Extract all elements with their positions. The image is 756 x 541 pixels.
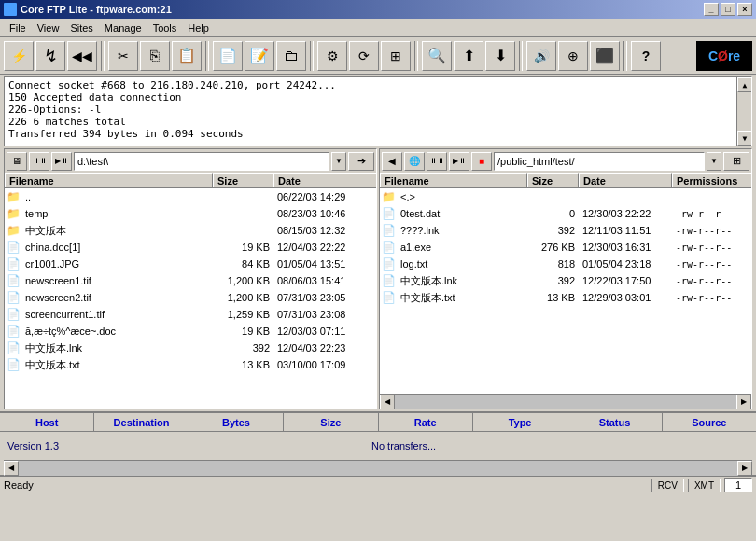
bottom-scroll-track[interactable] xyxy=(19,461,737,476)
page-button[interactable]: 📄 xyxy=(213,41,243,71)
right-path-input[interactable] xyxy=(494,152,705,171)
menu-tools[interactable]: Tools xyxy=(147,21,183,35)
left-file-rows: 📁 .. 06/22/03 14:29 📁 temp 08/23/03 10:4… xyxy=(5,188,376,409)
stop-button[interactable]: ⬛ xyxy=(590,41,620,71)
list-item[interactable]: 📁 .. 06/22/03 14:29 xyxy=(5,188,376,205)
menu-file[interactable]: File xyxy=(4,21,32,35)
right-path-dropdown[interactable]: ▼ xyxy=(707,152,721,171)
menu-view[interactable]: View xyxy=(32,21,65,35)
transfer-col-rate[interactable]: Rate xyxy=(379,413,473,431)
bottom-scroll-right-btn[interactable]: ▶ xyxy=(737,461,752,476)
version-text: Version 1.3 xyxy=(7,440,59,451)
left-fwd-btn[interactable]: ▶⏸ xyxy=(51,152,72,171)
list-item[interactable]: 📄 newscreen1.tif 1,200 KB 08/06/03 15:41 xyxy=(5,272,376,289)
speaker-button[interactable]: 🔊 xyxy=(526,41,556,71)
right-file-list: Filename Size Date Permissions 📁 <.> 📄 0… xyxy=(380,173,751,394)
h-scroll-left-btn[interactable]: ◀ xyxy=(380,395,395,409)
scroll-up-button[interactable]: ▲ xyxy=(737,77,752,92)
list-item[interactable]: 📁 temp 08/23/03 10:46 xyxy=(5,205,376,222)
help-button[interactable]: ? xyxy=(631,41,661,71)
list-item[interactable]: 📁 <.> xyxy=(380,188,751,205)
list-item[interactable]: 📄 cr1001.JPG 84 KB 01/05/04 13:51 xyxy=(5,256,376,272)
paste-button[interactable]: 📋 xyxy=(172,41,202,71)
left-panel-icon[interactable]: 🖥 xyxy=(7,152,27,171)
bottom-scroll-left-btn[interactable]: ◀ xyxy=(4,461,19,476)
size-cell: 13 KB xyxy=(527,292,579,303)
list-item[interactable]: 📄 ā,æ÷tç%^æce~.doc 19 KB 12/03/03 07:11 xyxy=(5,323,376,340)
right-h-scrollbar[interactable]: ◀ ▶ xyxy=(380,394,751,409)
list-item[interactable]: 📄 newscreen2.tif 1,200 KB 07/31/03 23:05 xyxy=(5,289,376,306)
folder-button[interactable]: 🗀 xyxy=(276,41,306,71)
transfer-col-host[interactable]: Host xyxy=(0,413,94,431)
list-item[interactable]: 📄 中文版本.txt 13 KB 03/10/00 17:09 xyxy=(5,356,376,373)
menu-sites[interactable]: Sites xyxy=(64,21,98,35)
cut-button[interactable]: ✂ xyxy=(108,41,138,71)
back-button[interactable]: ◀◀ xyxy=(67,41,97,71)
transfer-bar: Host Destination Bytes Size Rate Type St… xyxy=(0,411,756,432)
right-col-size[interactable]: Size xyxy=(527,173,579,187)
transfer-col-source[interactable]: Source xyxy=(663,413,756,431)
minimize-button[interactable]: _ xyxy=(704,3,719,16)
bottom-scrollbar[interactable]: ◀ ▶ xyxy=(4,460,752,475)
right-nav-btn[interactable]: ⊞ xyxy=(723,152,749,171)
download-button[interactable]: ⬇ xyxy=(485,41,515,71)
menu-bar: File View Sites Manage Tools Help xyxy=(0,19,756,37)
settings-button[interactable]: ⚙ xyxy=(317,41,347,71)
left-path-input[interactable] xyxy=(74,152,329,171)
right-col-filename[interactable]: Filename xyxy=(380,173,527,187)
left-path-dropdown[interactable]: ▼ xyxy=(331,152,346,171)
transfer-col-bytes[interactable]: Bytes xyxy=(189,413,284,431)
list-item[interactable]: 📄 a1.exe 276 KB 12/30/03 16:31 -rw-r--r-… xyxy=(380,239,751,256)
search-button[interactable]: 🔍 xyxy=(422,41,452,71)
left-panel: 🖥 ⏸⏸ ▶⏸ ▼ ➔ Filename Size Date 📁 .. 06/2… xyxy=(4,148,377,409)
list-item[interactable]: 📁 中文版本 08/15/03 12:32 xyxy=(5,222,376,239)
left-col-filename[interactable]: Filename xyxy=(5,173,213,187)
left-nav-btn[interactable]: ➔ xyxy=(348,152,374,171)
menu-manage[interactable]: Manage xyxy=(99,21,147,35)
right-panel-icon[interactable]: 🌐 xyxy=(404,152,425,171)
size-cell: 276 KB xyxy=(527,242,579,253)
transfer-col-size[interactable]: Size xyxy=(284,413,378,431)
filename-cell: <.> xyxy=(399,191,527,202)
list-item[interactable]: 📄 0test.dat 0 12/30/03 22:22 -rw-r--r-- xyxy=(380,205,751,222)
list-item[interactable]: 📄 中文版本.lnk 392 12/22/03 17:50 -rw-r--r-- xyxy=(380,272,751,289)
right-col-date[interactable]: Date xyxy=(579,173,672,187)
left-col-size[interactable]: Size xyxy=(213,173,273,187)
menu-help[interactable]: Help xyxy=(182,21,215,35)
right-stop-btn[interactable]: ■ xyxy=(471,152,492,171)
right-back-btn[interactable]: ◀ xyxy=(382,152,402,171)
refresh-button[interactable]: ⟳ xyxy=(349,41,379,71)
list-item[interactable]: 📄 ????.lnk 392 12/11/03 11:51 -rw-r--r-- xyxy=(380,222,751,239)
list-item[interactable]: 📄 screencurrent1.tif 1,259 KB 07/31/03 2… xyxy=(5,306,376,323)
status-rcv-indicator: RCV xyxy=(651,479,684,492)
list-item[interactable]: 📄 中文版本.lnk 392 12/04/03 22:23 xyxy=(5,340,376,356)
list-item[interactable]: 📄 china.doc[1] 19 KB 12/04/03 22:22 xyxy=(5,239,376,256)
network-button[interactable]: ⊕ xyxy=(558,41,588,71)
left-col-date[interactable]: Date xyxy=(273,173,376,187)
right-col-perms[interactable]: Permissions xyxy=(672,173,751,187)
scroll-down-button[interactable]: ▼ xyxy=(737,131,752,146)
transfer-col-status[interactable]: Status xyxy=(567,413,662,431)
rename-button[interactable]: 📝 xyxy=(245,41,274,71)
date-cell: 08/15/03 12:32 xyxy=(273,225,376,236)
right-file-header: Filename Size Date Permissions xyxy=(380,173,751,188)
maximize-button[interactable]: □ xyxy=(721,3,735,16)
connect-button[interactable]: ⚡ xyxy=(4,41,34,71)
log-scrollbar[interactable]: ▲ ▼ xyxy=(736,77,751,146)
disconnect-button[interactable]: ↯ xyxy=(35,41,65,71)
right-fwd-btn[interactable]: ⏸⏸ xyxy=(427,152,447,171)
filter-button[interactable]: ⊞ xyxy=(381,41,411,71)
upload-button[interactable]: ⬆ xyxy=(454,41,483,71)
left-file-header: Filename Size Date xyxy=(5,173,376,188)
h-scroll-right-btn[interactable]: ▶ xyxy=(736,395,751,409)
transfer-col-type[interactable]: Type xyxy=(473,413,567,431)
copy-button[interactable]: ⎘ xyxy=(140,41,170,71)
list-item[interactable]: 📄 中文版本.txt 13 KB 12/29/03 03:01 -rw-r--r… xyxy=(380,289,751,306)
h-scroll-track[interactable] xyxy=(395,395,736,409)
left-back-btn[interactable]: ⏸⏸ xyxy=(29,152,49,171)
list-item[interactable]: 📄 log.txt 818 01/05/04 23:18 -rw-r--r-- xyxy=(380,256,751,272)
right-fwd2-btn[interactable]: ▶⏸ xyxy=(449,152,469,171)
filename-cell: .. xyxy=(23,191,217,202)
transfer-col-destination[interactable]: Destination xyxy=(94,413,189,431)
close-button[interactable]: × xyxy=(737,3,752,16)
